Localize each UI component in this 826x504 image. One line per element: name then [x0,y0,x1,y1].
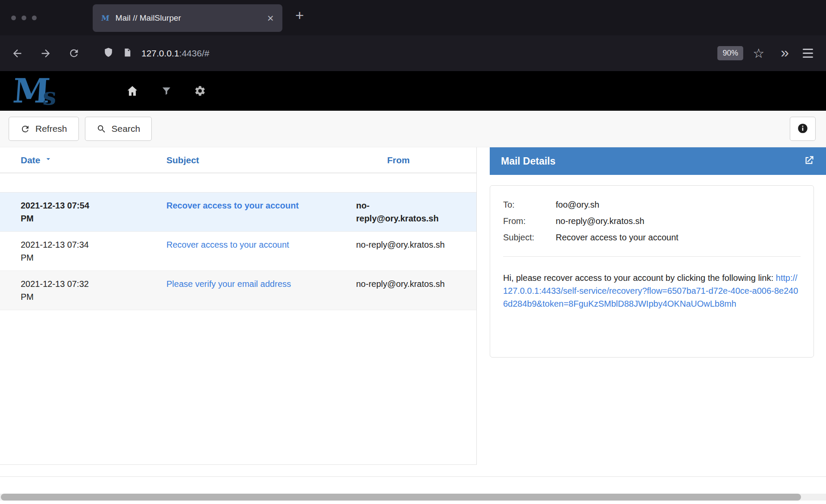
mail-row-date: 2021-12-13 07:54 PM [0,199,121,225]
mail-subject-link[interactable]: Please verify your email address [166,279,291,289]
info-button[interactable] [790,117,816,141]
details-divider [503,256,801,257]
refresh-icon [20,124,30,134]
browser-navbar: 127.0.0.1:4436/# 90% ☆ » [0,35,826,71]
search-button[interactable]: Search [85,117,152,141]
detail-from-label: From: [503,215,556,227]
mail-subject-link[interactable]: Recover access to your account [166,240,289,249]
refresh-button-label: Refresh [35,124,67,134]
zoom-indicator[interactable]: 90% [717,46,743,60]
column-header-date[interactable]: Date [0,155,121,165]
mail-body: Hi, please recover access to your accoun… [503,271,801,310]
sort-chevron-down-icon [44,155,53,165]
mail-row[interactable]: 2021-12-13 07:34 PM Recover access to yo… [0,232,476,271]
settings-gear-icon[interactable] [194,85,206,97]
mail-rows: 2021-12-13 07:54 PM Recover access to yo… [0,192,476,310]
search-icon [97,124,106,134]
open-external-icon[interactable] [803,155,815,168]
horizontal-scrollbar[interactable] [0,494,826,501]
info-icon [797,123,808,135]
menu-icon[interactable] [803,49,813,58]
forward-icon[interactable] [40,47,52,59]
tab-strip: M Mail // MailSlurper × + [0,0,826,35]
bookmark-star-icon[interactable]: ☆ [753,47,764,60]
detail-subject-value: Recover access to your account [556,231,801,243]
browser-tab[interactable]: M Mail // MailSlurper × [93,4,282,32]
mail-row-date: 2021-12-13 07:32 PM [0,277,121,303]
mail-row-from: no-reply@ory.kratos.sh [345,199,476,225]
browser-window: M Mail // MailSlurper × + [0,0,826,504]
bottom-divider [0,476,826,477]
window-control-dot[interactable] [22,16,26,20]
mail-subject-link[interactable]: Recover access to your account [166,201,299,210]
back-icon[interactable] [11,47,23,59]
overflow-chevrons-icon[interactable]: » [781,45,789,59]
scrollbar-thumb[interactable] [1,494,801,501]
mail-row-from: no-reply@ory.kratos.sh [345,238,476,251]
mail-details-header: Mail Details [490,147,826,175]
tab-close-icon[interactable]: × [267,12,274,24]
mail-row-from: no-reply@ory.kratos.sh [345,277,476,290]
detail-from-value: no-reply@ory.kratos.sh [556,215,801,227]
url-host: 127.0.0.1 [141,48,179,58]
url-text[interactable]: 127.0.0.1:4436/# [141,48,717,59]
reload-icon[interactable] [68,47,80,59]
tab-title: Mail // MailSlurper [116,13,267,23]
page-info-icon[interactable] [122,47,132,60]
mail-row-date: 2021-12-13 07:34 PM [0,238,121,264]
mail-details-card: To: foo@ory.sh From: no-reply@ory.kratos… [490,185,814,358]
shield-icon[interactable] [103,47,114,60]
detail-to-label: To: [503,199,556,211]
action-toolbar: Refresh Search [0,111,826,147]
column-header-subject[interactable]: Subject [121,155,345,165]
mail-details-panel: Mail Details To: foo@ory.sh From: no-rep… [490,147,826,358]
mail-row[interactable]: 2021-12-13 07:32 PM Please verify your e… [0,271,476,310]
mail-list-panel: Date Subject From 2021-12-13 07:54 PM Re… [0,147,477,465]
refresh-button[interactable]: Refresh [9,117,79,141]
filter-icon[interactable] [161,86,172,96]
search-button-label: Search [112,124,141,134]
logo-letter-s: s [42,85,57,107]
column-header-date-label: Date [21,155,41,165]
url-bar[interactable]: 127.0.0.1:4436/# 90% ☆ [97,42,770,65]
mailslurper-header: M s [0,71,826,111]
new-tab-button[interactable]: + [295,8,304,22]
window-control-dot[interactable] [32,16,37,20]
column-header-from[interactable]: From [345,155,476,165]
detail-subject-label: Subject: [503,231,556,243]
main-content: Date Subject From 2021-12-13 07:54 PM Re… [0,147,826,504]
home-icon[interactable] [126,84,139,97]
window-control-dot[interactable] [11,16,16,20]
mailslurper-logo[interactable]: M s [12,75,100,107]
mail-list-header: Date Subject From [0,147,476,173]
window-controls[interactable] [11,16,76,20]
mail-row[interactable]: 2021-12-13 07:54 PM Recover access to yo… [0,193,476,232]
detail-to-value: foo@ory.sh [556,199,801,211]
site-favicon-icon: M [101,14,110,22]
url-path: :4436/# [179,48,210,58]
mail-body-text: Hi, please recover access to your accoun… [503,273,776,283]
mail-details-title: Mail Details [501,156,803,167]
